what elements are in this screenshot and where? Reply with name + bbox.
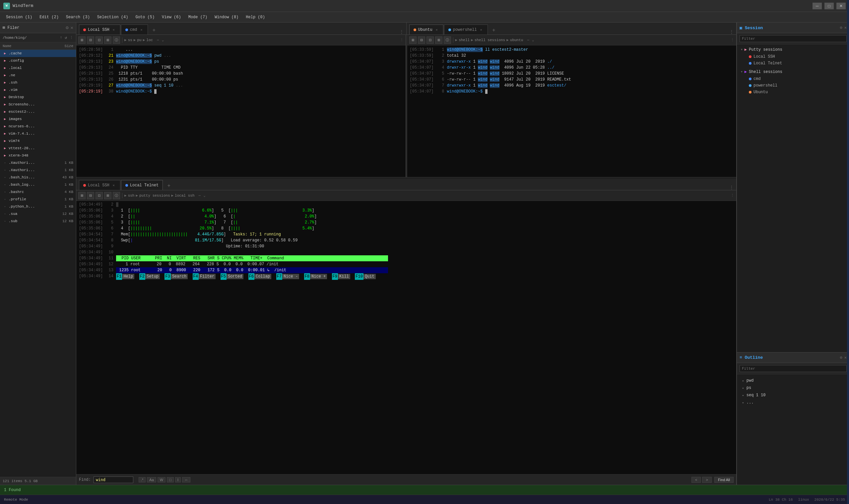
list-item[interactable]: ▶ .vim	[0, 86, 76, 93]
tab-close-powershell[interactable]: ✕	[479, 28, 484, 32]
list-item[interactable]: · .Xauthori... 1 KB	[0, 166, 76, 174]
filer-refresh-icon[interactable]: ↺	[65, 35, 67, 40]
menu-window[interactable]: Window (8)	[211, 14, 242, 21]
session-group-header-shell[interactable]: ▼ ▶ Shell sessions	[737, 68, 849, 76]
path-pu[interactable]: pu	[137, 38, 141, 42]
list-item[interactable]: ▶ images	[0, 115, 76, 123]
tab-close-local-ssh-2[interactable]: ✕	[111, 183, 116, 188]
filer-col-size[interactable]: Size	[53, 44, 73, 48]
menu-edit[interactable]: Edit (2)	[36, 14, 62, 21]
session-filter-input[interactable]	[740, 35, 847, 42]
find-regex-btn[interactable]: .*	[139, 477, 146, 483]
path-more-btn[interactable]: ⌄	[162, 38, 164, 42]
left-terminal-menu[interactable]: ⋮	[400, 38, 403, 42]
list-item[interactable]: ▶ vim74	[0, 137, 76, 145]
list-item[interactable]: ▶ .local	[0, 64, 76, 72]
path-expand-btn-r[interactable]: ⋯	[527, 38, 529, 42]
session-item-ubuntu[interactable]: Ubuntu	[737, 89, 849, 95]
new-session-btn-r[interactable]: ⊞	[409, 36, 417, 44]
filer-menu-icon[interactable]: ⋮	[70, 35, 73, 40]
list-item[interactable]: ▶ .config	[0, 57, 76, 64]
session-close-icon[interactable]: ✕	[844, 25, 847, 30]
path-more-btn-r[interactable]: ⌄	[532, 38, 534, 42]
tab-close-ubuntu[interactable]: ✕	[434, 28, 439, 32]
filer-settings-icon[interactable]: ⚙	[66, 25, 68, 31]
path-local-ssh[interactable]: local ssh	[175, 194, 194, 198]
tab-overflow-bottom[interactable]: ⋮	[729, 185, 734, 190]
outline-item-dots[interactable]: ● ...	[737, 399, 849, 406]
list-item[interactable]: · .profile 1 KB	[0, 196, 76, 203]
path-putty-sessions[interactable]: putty sessions	[139, 194, 170, 198]
session-settings-icon[interactable]: ⚙	[840, 25, 842, 30]
find-next-btn[interactable]: >	[702, 477, 711, 483]
session-item-local-ssh[interactable]: Local SSH	[737, 53, 849, 60]
list-item[interactable]: · .sub 12 KB	[0, 217, 76, 225]
tab-add-left[interactable]: +	[150, 26, 158, 35]
list-item[interactable]: ▶ Screensho...	[0, 101, 76, 108]
find-box-btn[interactable]: □	[167, 477, 174, 483]
close-button[interactable]: ✕	[836, 3, 846, 9]
outline-item-ps[interactable]: ● ps	[737, 384, 849, 392]
list-item[interactable]: · .bash_log... 1 KB	[0, 181, 76, 188]
split-h-btn[interactable]: ⊟	[87, 36, 94, 44]
info-btn-r[interactable]: ⓘ	[444, 36, 451, 44]
list-item[interactable]: ▶ esctest2-...	[0, 108, 76, 115]
menu-mode[interactable]: Mode (7)	[185, 14, 211, 21]
session-group-header-putty[interactable]: ▼ ▶ Putty sessions	[737, 46, 849, 53]
path-shell[interactable]: shell	[459, 38, 470, 42]
path-loc[interactable]: loc	[146, 38, 153, 42]
list-item[interactable]: · .sua 12 KB	[0, 210, 76, 217]
tab-local-telnet[interactable]: Local Telnet	[121, 180, 163, 190]
minimize-button[interactable]: ─	[813, 3, 822, 9]
tab-close-local-ssh-1[interactable]: ✕	[111, 28, 116, 32]
filer-close-icon[interactable]: ✕	[71, 25, 73, 31]
menu-help[interactable]: Help (0)	[242, 14, 268, 21]
list-item[interactable]: ▶ xterm-348	[0, 152, 76, 159]
menu-search[interactable]: Search (3)	[63, 14, 93, 21]
right-terminal-content[interactable]: [05:33:59] 1 wind@ONEBOOK:~$ ll esctest2…	[407, 46, 737, 177]
tab-local-ssh-2[interactable]: Local SSH ✕	[79, 180, 120, 190]
session-item-powershell[interactable]: powershell	[737, 82, 849, 89]
list-item[interactable]: ▶ .ne	[0, 72, 76, 79]
tab-add-bottom[interactable]: +	[165, 182, 173, 190]
list-item[interactable]: ▶ vttest-20...	[0, 145, 76, 152]
info-btn-b[interactable]: ⓘ	[113, 192, 120, 199]
info-btn[interactable]: ⓘ	[113, 36, 120, 44]
split-h-btn-r[interactable]: ⊟	[418, 36, 425, 44]
path-ssh[interactable]: ssh	[128, 194, 134, 198]
menu-goto[interactable]: Goto (5)	[132, 14, 158, 21]
tab-ubuntu[interactable]: Ubuntu ✕	[409, 24, 444, 35]
filer-up-icon[interactable]: ↑	[60, 35, 62, 40]
find-prev-btn[interactable]: <	[691, 477, 701, 483]
tab-close-cmd[interactable]: ✕	[139, 28, 144, 32]
path-expand-btn[interactable]: ⋯	[157, 38, 159, 42]
tab-local-ssh-1[interactable]: Local SSH ✕	[79, 24, 120, 35]
list-item[interactable]: · .Xauthori... 1 KB	[0, 159, 76, 166]
right-terminal-menu[interactable]: ⋮	[730, 38, 734, 42]
maximize-button[interactable]: □	[825, 3, 834, 9]
copy-btn-r[interactable]: ⊞	[435, 36, 442, 44]
list-item[interactable]: ▶ ncurses-6...	[0, 123, 76, 130]
list-item[interactable]: ▶ vim-7.4.1...	[0, 130, 76, 137]
copy-btn[interactable]: ⊞	[104, 36, 111, 44]
menu-selection[interactable]: Selection (4)	[94, 14, 132, 21]
tab-add-right[interactable]: +	[490, 26, 498, 35]
find-all-button[interactable]: Find All	[715, 477, 734, 483]
path-expand-btn-b[interactable]: ⋯	[199, 193, 201, 198]
split-h-btn-b[interactable]: ⊟	[87, 192, 94, 199]
menu-session[interactable]: Session (1)	[3, 14, 35, 21]
tab-overflow-left[interactable]: ⋮	[400, 30, 403, 35]
session-item-local-telnet[interactable]: Local Telnet	[737, 60, 849, 67]
path-ss[interactable]: ss	[128, 38, 132, 42]
find-expand-btn[interactable]: ↔	[182, 477, 191, 483]
outline-item-seq[interactable]: ● seq 1 10	[737, 392, 849, 399]
bottom-terminal-content-area[interactable]: [05:34:49] 2 [05:35:06] 3 1 [|||| 6.6%] …	[76, 201, 736, 474]
find-case-btn[interactable]: Aa	[147, 477, 156, 483]
tab-cmd-1[interactable]: cmd ✕	[121, 24, 148, 35]
split-v-btn-b[interactable]: ⊡	[95, 192, 103, 199]
session-item-cmd[interactable]: cmd	[737, 76, 849, 82]
list-item[interactable]: · .bash_his... 43 KB	[0, 174, 76, 181]
tab-overflow-right[interactable]: ⋮	[729, 30, 734, 35]
left-terminal-content[interactable]: [05:28:58] 1 ... [05:29:12] 21 wind@ONEB…	[76, 46, 405, 177]
outline-close-icon[interactable]: ✕	[844, 355, 847, 360]
